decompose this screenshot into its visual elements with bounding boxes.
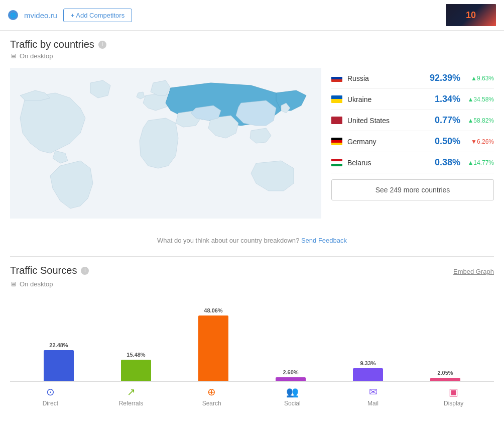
country-change-2: ▲58.82%: [466, 117, 494, 124]
bar-5: [430, 378, 460, 381]
nav-icon-0: ⊙: [46, 386, 55, 398]
country-percent-3: 0.50%: [430, 136, 460, 147]
bar-chart-container: 22.48% 15.48% 48.06% 2.60% 9.33% 2.05% ⊙…: [10, 296, 494, 411]
country-flag-4: [331, 159, 342, 166]
country-percent-2: 0.77%: [430, 115, 460, 126]
on-desktop-countries: 🖥 On desktop: [10, 52, 494, 60]
nav-item-direct[interactable]: ⊙ Direct: [10, 386, 91, 407]
thumbnail-image: 10: [446, 4, 496, 26]
bar-2: [198, 315, 228, 381]
country-change-1: ▲34.58%: [466, 96, 494, 103]
send-feedback-link[interactable]: Send Feedback: [301, 237, 347, 244]
section-header-countries: Traffic by countries i: [10, 39, 494, 50]
site-icon: 🌐: [8, 10, 18, 20]
map-countries-layout: Russia 92.39% ▲9.63% Ukraine 1.34% ▲34.5…: [10, 68, 494, 219]
bar-3: [276, 377, 306, 381]
bar-label-top-5: 2.05%: [437, 370, 453, 376]
section-title-countries: Traffic by countries: [10, 39, 94, 50]
nav-item-referrals[interactable]: ↗ Referrals: [91, 386, 172, 407]
country-item: Germany 0.50% ▼6.26%: [331, 131, 494, 152]
bar-group-mail: 9.33%: [329, 360, 407, 381]
countries-list: Russia 92.39% ▲9.63% Ukraine 1.34% ▲34.5…: [331, 68, 494, 200]
country-item: Ukraine 1.34% ▲34.58%: [331, 89, 494, 110]
desktop-icon-sources: 🖥: [10, 280, 17, 288]
bar-group-social: 2.60%: [252, 369, 329, 381]
nav-icon-4: ✉: [369, 386, 377, 398]
world-map-svg: [10, 68, 321, 219]
add-competitors-button[interactable]: + Add Competitors: [63, 9, 132, 22]
nav-item-mail[interactable]: ✉ Mail: [333, 386, 414, 407]
bar-4: [353, 368, 383, 381]
country-percent-1: 1.34%: [430, 94, 460, 104]
country-item: Russia 92.39% ▲9.63%: [331, 68, 494, 89]
nav-item-social[interactable]: 👥 Social: [252, 386, 333, 407]
nav-label-1: Referrals: [119, 400, 144, 407]
traffic-countries-section: Traffic by countries i 🖥 On desktop: [10, 39, 494, 257]
country-change-4: ▲14.77%: [466, 159, 494, 166]
nav-label-0: Direct: [43, 400, 58, 407]
site-name: mvideo.ru: [24, 11, 57, 20]
country-change-3: ▼6.26%: [466, 138, 494, 145]
nav-icon-5: ▣: [449, 386, 458, 398]
bar-0: [44, 350, 74, 381]
site-thumbnail: 10: [446, 4, 496, 26]
bar-group-display: 2.05%: [407, 370, 484, 381]
see-more-countries-button[interactable]: See 249 more countries: [331, 179, 494, 200]
on-desktop-sources: 🖥 On desktop: [10, 280, 494, 288]
nav-label-5: Display: [444, 400, 463, 407]
section-title-sources: Traffic Sources: [10, 265, 77, 276]
country-percent-0: 92.39%: [430, 73, 460, 83]
bar-label-top-0: 22.48%: [49, 342, 68, 348]
nav-label-2: Search: [202, 400, 221, 407]
country-name-2: United States: [347, 117, 430, 125]
bar-label-top-4: 9.33%: [360, 360, 375, 366]
feedback-line: What do you think about our country brea…: [10, 229, 494, 257]
bar-group-search: 48.06%: [175, 307, 252, 381]
nav-label-3: Social: [284, 400, 301, 407]
country-flag-0: [331, 74, 342, 82]
nav-icon-3: 👥: [286, 386, 299, 398]
traffic-sources-section: Traffic Sources i Embed Graph 🖥 On deskt…: [10, 265, 494, 411]
country-percent-4: 0.38%: [430, 157, 460, 168]
countries-info-icon[interactable]: i: [98, 41, 106, 49]
nav-item-display[interactable]: ▣ Display: [413, 386, 494, 407]
country-flag-1: [331, 95, 342, 103]
site-name-link[interactable]: mvideo.ru: [24, 11, 57, 20]
bar-label-top-1: 15.48%: [127, 352, 145, 358]
world-map: [10, 68, 321, 219]
traffic-sources-header: Traffic Sources i Embed Graph: [10, 265, 494, 278]
country-name-0: Russia: [347, 74, 430, 82]
country-name-4: Belarus: [347, 159, 430, 167]
header-left: 🌐 mvideo.ru + Add Competitors: [8, 9, 132, 22]
sources-info-icon[interactable]: i: [81, 267, 89, 275]
embed-graph-link[interactable]: Embed Graph: [453, 268, 494, 275]
country-item: United States 0.77% ▲58.82%: [331, 110, 494, 131]
bar-label-top-2: 48.06%: [204, 307, 222, 313]
bar-group-referrals: 15.48%: [97, 352, 175, 381]
bar-chart: 22.48% 15.48% 48.06% 2.60% 9.33% 2.05%: [10, 306, 494, 381]
main-content: Traffic by countries i 🖥 On desktop: [0, 31, 504, 419]
bar-label-top-3: 2.60%: [283, 369, 298, 375]
country-name-1: Ukraine: [347, 95, 430, 103]
country-flag-3: [331, 138, 342, 145]
country-flag-2: [331, 117, 342, 124]
country-change-0: ▲9.63%: [466, 75, 494, 82]
nav-item-search[interactable]: ⊕ Search: [171, 386, 252, 407]
country-name-3: Germany: [347, 138, 430, 146]
nav-label-4: Mail: [367, 400, 379, 407]
bar-1: [121, 360, 151, 381]
bar-group-direct: 22.48%: [20, 342, 97, 381]
section-header-sources: Traffic Sources i: [10, 265, 89, 276]
country-item: Belarus 0.38% ▲14.77%: [331, 152, 494, 173]
bottom-nav: ⊙ Direct ↗ Referrals ⊕ Search 👥 Social ✉…: [10, 381, 494, 411]
nav-icon-1: ↗: [127, 386, 136, 398]
desktop-icon-countries: 🖥: [10, 52, 17, 60]
nav-icon-2: ⊕: [207, 386, 216, 398]
header: 🌐 mvideo.ru + Add Competitors 10: [0, 0, 504, 31]
